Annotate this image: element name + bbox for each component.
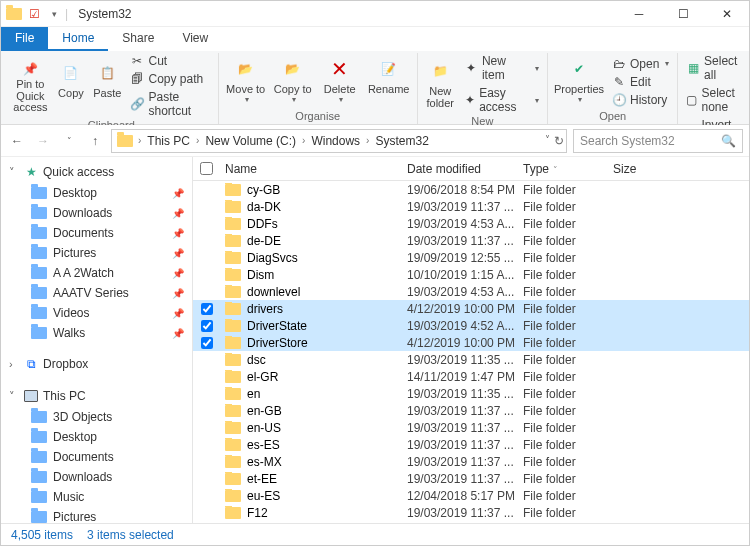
row-checkbox[interactable] [201,337,213,349]
nav-item[interactable]: Documents [1,447,192,467]
nav-this-pc[interactable]: ˅This PC [1,385,192,407]
column-type[interactable]: Type˅ [523,162,613,176]
table-row[interactable]: de-DE 19/03/2019 11:37 ... File folder [193,232,749,249]
refresh-icon[interactable]: ↻ [554,134,564,148]
table-row[interactable]: DDFs 19/03/2019 4:53 A... File folder [193,215,749,232]
edit-button[interactable]: ✎Edit [610,74,671,90]
history-button[interactable]: 🕘History [610,92,671,108]
copy-to-button[interactable]: 📂Copy to▾ [273,54,313,110]
file-date: 19/03/2019 11:37 ... [407,234,523,248]
breadcrumb[interactable]: This PC [143,134,194,148]
delete-button[interactable]: ✕Delete▾ [319,54,361,110]
copy-button[interactable]: 📄Copy [56,58,86,114]
qat-dropdown-icon[interactable]: ▾ [45,5,63,23]
nav-item[interactable]: Videos📌 [1,303,192,323]
select-all-checkbox[interactable] [200,162,213,175]
nav-item[interactable]: Music [1,487,192,507]
nav-item[interactable]: Downloads📌 [1,203,192,223]
column-date[interactable]: Date modified [407,162,523,176]
paste-button[interactable]: 📋Paste [92,58,122,114]
chevron-down-icon[interactable]: ˅ [9,166,19,179]
table-row[interactable]: DriverStore 4/12/2019 10:00 PM File fold… [193,334,749,351]
new-folder-button[interactable]: 📁New folder [424,56,457,112]
file-name: es-MX [247,455,282,469]
table-row[interactable]: en 19/03/2019 11:35 ... File folder [193,385,749,402]
column-name[interactable]: Name [221,162,407,176]
folder-icon [117,135,133,147]
table-row[interactable]: DriverState 19/03/2019 4:52 A... File fo… [193,317,749,334]
move-to-button[interactable]: 📂Move to▾ [225,54,267,110]
rename-button[interactable]: 📝Rename [367,54,411,110]
table-row[interactable]: Dism 10/10/2019 1:15 A... File folder [193,266,749,283]
table-row[interactable]: el-GR 14/11/2019 1:47 PM File folder [193,368,749,385]
column-size[interactable]: Size [613,162,673,176]
tab-home[interactable]: Home [48,27,108,51]
navigation-pane[interactable]: ˅★Quick access Desktop📌Downloads📌Documen… [1,157,193,523]
minimize-button[interactable]: ─ [617,1,661,27]
table-row[interactable]: drivers 4/12/2019 10:00 PM File folder [193,300,749,317]
address-dropdown-icon[interactable]: ˅ [545,134,550,148]
nav-item[interactable]: Downloads [1,467,192,487]
open-button[interactable]: 🗁Open▾ [610,56,671,72]
nav-item-label: Downloads [53,206,112,220]
chevron-right-icon[interactable]: › [9,358,19,370]
nav-item[interactable]: Pictures📌 [1,243,192,263]
recent-dropdown[interactable]: ˅ [59,131,79,151]
paste-shortcut-button[interactable]: 🔗Paste shortcut [128,89,211,119]
select-all-button[interactable]: ▦Select all [684,53,750,83]
sort-dropdown-icon[interactable]: ˅ [553,165,558,175]
table-row[interactable]: dsc 19/03/2019 11:35 ... File folder [193,351,749,368]
nav-item[interactable]: Desktop [1,427,192,447]
nav-item[interactable]: 3D Objects [1,407,192,427]
chevron-down-icon[interactable]: ˅ [9,390,19,403]
table-row[interactable]: es-MX 19/03/2019 11:37 ... File folder [193,453,749,470]
table-row[interactable]: da-DK 19/03/2019 11:37 ... File folder [193,198,749,215]
copy-path-button[interactable]: 🗐Copy path [128,71,211,87]
table-row[interactable]: eu-ES 12/04/2018 5:17 PM File folder [193,487,749,504]
file-list[interactable]: cy-GB 19/06/2018 8:54 PM File folder da-… [193,181,749,523]
nav-item-label: Documents [53,226,114,240]
address-bar[interactable]: › This PC › New Volume (C:) › Windows › … [111,129,567,153]
nav-quick-access[interactable]: ˅★Quick access [1,161,192,183]
table-row[interactable]: DiagSvcs 19/09/2019 12:55 ... File folde… [193,249,749,266]
select-none-button[interactable]: ▢Select none [684,85,750,115]
row-checkbox[interactable] [201,303,213,315]
nav-item[interactable]: Walks📌 [1,323,192,343]
tab-view[interactable]: View [168,27,222,51]
search-input[interactable]: Search System32 🔍 [573,129,743,153]
table-row[interactable]: es-ES 19/03/2019 11:37 ... File folder [193,436,749,453]
row-checkbox[interactable] [201,320,213,332]
nav-item[interactable]: Documents📌 [1,223,192,243]
new-item-button[interactable]: ✦New item▾ [463,53,541,83]
chevron-right-icon[interactable]: › [196,135,199,146]
cut-button[interactable]: ✂Cut [128,53,211,69]
table-row[interactable]: F12 19/03/2019 11:37 ... File folder [193,504,749,521]
nav-item[interactable]: Pictures [1,507,192,523]
tab-file[interactable]: File [1,27,48,51]
up-button[interactable]: ↑ [85,131,105,151]
forward-button[interactable]: → [33,131,53,151]
properties-button[interactable]: ✔Properties▾ [554,54,604,110]
table-row[interactable]: cy-GB 19/06/2018 8:54 PM File folder [193,181,749,198]
breadcrumb[interactable]: Windows [307,134,364,148]
nav-item[interactable]: A A 2Watch📌 [1,263,192,283]
table-row[interactable]: en-GB 19/03/2019 11:37 ... File folder [193,402,749,419]
nav-item[interactable]: AAATV Series📌 [1,283,192,303]
tab-share[interactable]: Share [108,27,168,51]
chevron-right-icon[interactable]: › [302,135,305,146]
pin-quickaccess-button[interactable]: 📌Pin to Quick access [11,58,50,114]
nav-dropbox[interactable]: ›⧉Dropbox [1,353,192,375]
easy-access-button[interactable]: ✦Easy access▾ [463,85,541,115]
table-row[interactable]: downlevel 19/03/2019 4:53 A... File fold… [193,283,749,300]
easyaccess-icon: ✦ [465,93,475,107]
chevron-right-icon[interactable]: › [366,135,369,146]
chevron-right-icon[interactable]: › [138,135,141,146]
close-button[interactable]: ✕ [705,1,749,27]
breadcrumb[interactable]: New Volume (C:) [201,134,300,148]
table-row[interactable]: et-EE 19/03/2019 11:37 ... File folder [193,470,749,487]
nav-item[interactable]: Desktop📌 [1,183,192,203]
breadcrumb[interactable]: System32 [371,134,432,148]
maximize-button[interactable]: ☐ [661,1,705,27]
table-row[interactable]: en-US 19/03/2019 11:37 ... File folder [193,419,749,436]
back-button[interactable]: ← [7,131,27,151]
